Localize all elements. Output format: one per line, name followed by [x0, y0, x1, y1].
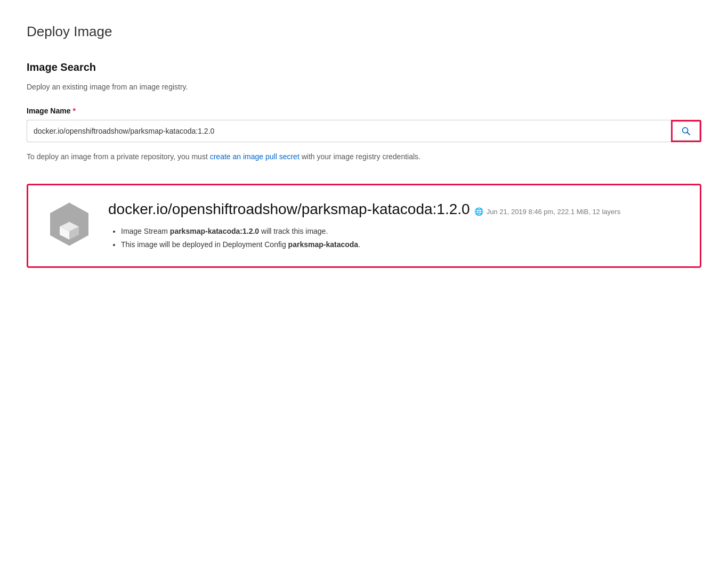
bullet-deployment-config: This image will be deployed in Deploymen… — [121, 238, 683, 251]
bullet-1-bold: parksmap-katacoda:1.2.0 — [170, 227, 259, 235]
search-button-wrapper — [671, 120, 701, 142]
svg-line-1 — [687, 132, 690, 135]
result-image-name: docker.io/openshiftroadshow/parksmap-kat… — [108, 200, 470, 218]
bullet-2-bold: parksmap-katacoda — [288, 240, 359, 249]
result-title-row: docker.io/openshiftroadshow/parksmap-kat… — [108, 200, 683, 218]
result-card: docker.io/openshiftroadshow/parksmap-kat… — [27, 184, 701, 268]
result-bullets: Image Stream parksmap-katacoda:1.2.0 wil… — [108, 225, 683, 251]
required-indicator: * — [72, 105, 75, 117]
result-content: docker.io/openshiftroadshow/parksmap-kat… — [108, 200, 683, 251]
search-button[interactable] — [673, 121, 700, 141]
private-repo-text: To deploy an image from a private reposi… — [27, 151, 701, 162]
docker-container-icon — [45, 200, 93, 248]
form-label-text: Image Name — [27, 105, 70, 117]
page-title: Deploy Image — [27, 21, 701, 42]
image-name-label: Image Name * — [27, 105, 701, 117]
bullet-image-stream: Image Stream parksmap-katacoda:1.2.0 wil… — [121, 225, 683, 238]
globe-icon: 🌐 — [474, 206, 483, 217]
image-name-input[interactable] — [27, 120, 671, 142]
create-pull-secret-link[interactable]: create an image pull secret — [210, 152, 300, 161]
private-repo-before: To deploy an image from a private reposi… — [27, 152, 210, 161]
search-icon — [681, 126, 691, 136]
result-meta-text: Jun 21, 2019 8:46 pm, 222.1 MiB, 12 laye… — [487, 207, 621, 217]
search-row — [27, 120, 701, 142]
private-repo-after: with your image registry credentials. — [300, 152, 420, 161]
bullet-1-after: will track this image. — [259, 227, 328, 235]
description-text: Deploy an existing image from an image r… — [27, 81, 701, 93]
image-search-section-title: Image Search — [27, 59, 701, 75]
bullet-1-before: Image Stream — [121, 227, 170, 235]
bullet-2-after: . — [358, 240, 360, 249]
result-meta: 🌐 Jun 21, 2019 8:46 pm, 222.1 MiB, 12 la… — [474, 206, 621, 217]
bullet-2-before: This image will be deployed in Deploymen… — [121, 240, 288, 249]
